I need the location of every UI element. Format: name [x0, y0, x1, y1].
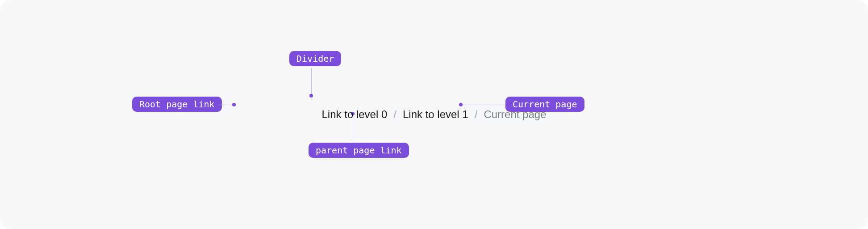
connector-dot: [232, 103, 236, 106]
breadcrumb: Link to level 0 / Link to level 1 / Curr…: [322, 109, 547, 120]
breadcrumb-separator: /: [475, 109, 478, 120]
annotation-parent-page-link: parent page link: [309, 143, 409, 158]
connector-line: [218, 105, 232, 105]
breadcrumb-separator: /: [393, 109, 396, 120]
connector-dot: [309, 94, 313, 98]
connector-dot: [459, 103, 463, 106]
breadcrumb-link-level-0[interactable]: Link to level 0: [322, 109, 388, 120]
breadcrumb-current-page: Current page: [484, 109, 546, 120]
diagram-canvas: Root page link Divider parent page link …: [0, 0, 868, 229]
connector-line: [311, 68, 312, 94]
breadcrumb-link-level-1[interactable]: Link to level 1: [403, 109, 468, 120]
annotation-root-page-link: Root page link: [132, 97, 222, 112]
annotation-divider: Divider: [289, 51, 341, 66]
connector-line: [463, 105, 505, 105]
